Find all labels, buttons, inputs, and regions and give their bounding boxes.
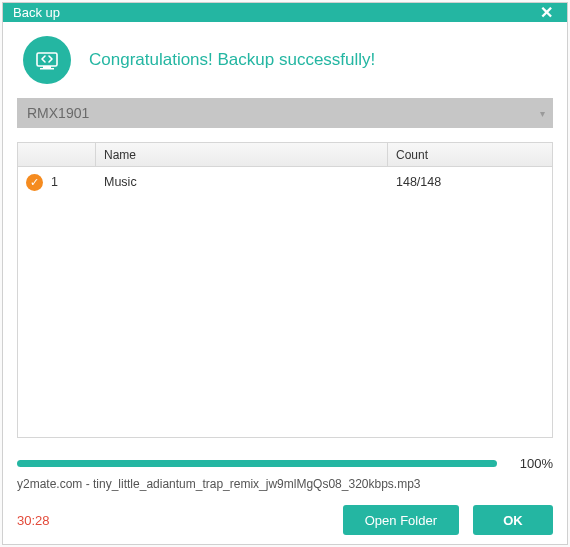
svg-rect-0	[37, 53, 57, 66]
svg-rect-1	[43, 66, 51, 68]
col-status	[18, 143, 96, 166]
titlebar: Back up ✕	[3, 3, 567, 22]
svg-rect-2	[40, 68, 54, 70]
row-name: Music	[96, 175, 388, 189]
open-folder-button[interactable]: Open Folder	[343, 505, 459, 535]
row-count: 148/148	[388, 175, 552, 189]
col-count: Count	[388, 143, 552, 166]
results-table: Name Count ✓ 1 Music 148/148	[17, 142, 553, 438]
backup-device-icon	[23, 36, 71, 84]
progress-bar	[17, 460, 497, 467]
row-status: ✓ 1	[18, 174, 96, 191]
close-icon[interactable]: ✕	[536, 3, 557, 22]
footer: 30:28 Open Folder OK	[17, 505, 553, 535]
progress-row: 100%	[17, 456, 553, 471]
progress-percent: 100%	[509, 456, 553, 471]
elapsed-time: 30:28	[17, 513, 50, 528]
col-name: Name	[96, 143, 388, 166]
progress-fill	[17, 460, 497, 467]
ok-button[interactable]: OK	[473, 505, 553, 535]
success-header: Congratulations! Backup successfully!	[17, 36, 553, 84]
chevron-down-icon: ▾	[540, 108, 545, 119]
window-title: Back up	[13, 5, 536, 20]
device-selector[interactable]: RMX1901 ▾	[17, 98, 553, 128]
row-index: 1	[51, 175, 58, 189]
current-file: y2mate.com - tiny_little_adiantum_trap_r…	[17, 477, 553, 491]
device-name: RMX1901	[27, 105, 89, 121]
check-icon: ✓	[26, 174, 43, 191]
success-message: Congratulations! Backup successfully!	[89, 50, 375, 70]
content-area: Congratulations! Backup successfully! RM…	[3, 22, 567, 547]
table-header: Name Count	[18, 143, 552, 167]
backup-dialog: Back up ✕ Congratulations! Backup succes…	[2, 2, 568, 545]
table-row: ✓ 1 Music 148/148	[18, 167, 552, 197]
